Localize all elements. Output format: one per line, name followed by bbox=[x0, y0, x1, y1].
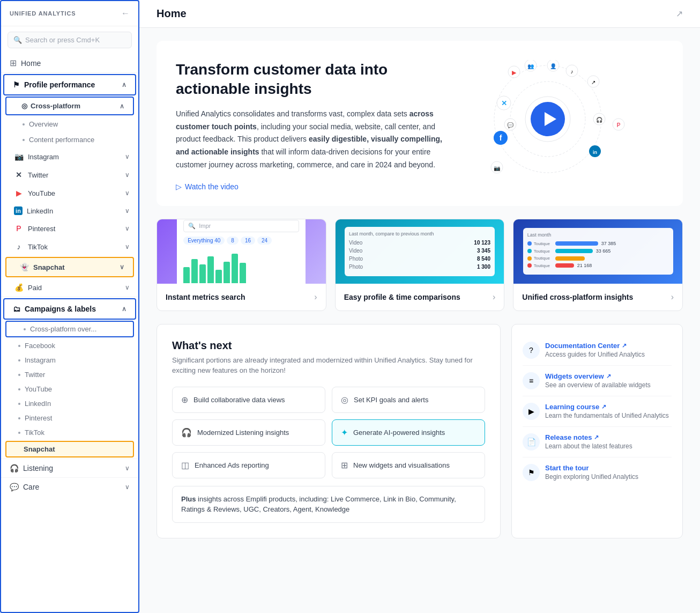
feature-new-widgets[interactable]: ⊞ New widgets and visualisations bbox=[332, 452, 485, 478]
dot-icon bbox=[18, 403, 20, 405]
listening-nav-item[interactable]: 🎧 Listening ∨ bbox=[1, 459, 138, 477]
mockup-metric-row: Photo 1 300 bbox=[349, 264, 490, 270]
feature-set-goals[interactable]: ◎ Set KPI goals and alerts bbox=[332, 387, 485, 413]
tour-content: Start the tour Begin exploring Unified A… bbox=[545, 464, 638, 481]
hero-description: Unified Analytics consolidates and trans… bbox=[176, 108, 455, 172]
mockup-tag: 8 bbox=[227, 237, 239, 245]
sidebar-collapse-icon[interactable]: ← bbox=[121, 9, 130, 18]
expand-icon[interactable]: ↗ bbox=[676, 9, 683, 19]
tour-desc: Begin exploring Unified Analytics bbox=[545, 473, 638, 481]
widgets-content: Widgets overview ↗ See an overview of av… bbox=[545, 372, 651, 389]
campaigns-linkedin-label: LinkedIn bbox=[25, 400, 51, 408]
release-icon-circle: 📄 bbox=[523, 433, 540, 450]
watch-video-link[interactable]: ▷ Watch the video bbox=[176, 182, 455, 191]
campaigns-sub-instagram[interactable]: Instagram bbox=[1, 353, 138, 367]
feature-cards: 🔍 Impr Everything 40 8 16 24 bbox=[157, 219, 683, 311]
whats-next-section: What's next Significant portions are alr… bbox=[157, 324, 683, 538]
sidebar-item-instagram[interactable]: 📷 Instagram ∨ bbox=[1, 147, 138, 166]
linkedin-chevron: ∨ bbox=[125, 207, 130, 215]
feature-card-body: Easy profile & time comparisons › bbox=[336, 284, 504, 311]
sidebar-item-paid[interactable]: 💰 Paid ∨ bbox=[1, 278, 138, 297]
search-box[interactable]: 🔍 Search or press Cmd+K bbox=[8, 32, 132, 48]
sidebar-item-snapchat[interactable]: 👻 Snapchat ∨ bbox=[6, 258, 133, 276]
svg-text:f: f bbox=[500, 134, 502, 142]
sidebar-item-youtube[interactable]: ▶ YouTube ∨ bbox=[1, 184, 138, 202]
release-desc: Learn about the latest features bbox=[545, 442, 632, 450]
dot bbox=[527, 263, 532, 268]
comparisons-preview: Last month, compare to previous month Vi… bbox=[336, 219, 504, 284]
mockup-header: Last month, compare to previous month bbox=[349, 231, 490, 237]
feature-card-arrow: › bbox=[314, 292, 317, 302]
feature-card-unified[interactable]: Last month Toutique 37 385 Toutique 33 6… bbox=[513, 219, 683, 311]
ext-icon: ↗ bbox=[622, 342, 627, 349]
campaigns-chevron: ∧ bbox=[122, 305, 126, 313]
whats-next-title: What's next bbox=[172, 339, 485, 352]
comparisons-mockup: Last month, compare to previous month Vi… bbox=[345, 227, 495, 276]
sidebar-item-overview[interactable]: Overview bbox=[1, 116, 138, 132]
feature-enhanced-ads[interactable]: ◫ Enhanced Ads reporting bbox=[172, 452, 325, 478]
whats-next-card: What's next Significant portions are alr… bbox=[157, 324, 501, 538]
campaigns-facebook-label: Facebook bbox=[25, 342, 55, 350]
sidebar-item-tiktok[interactable]: ♪ TikTok ∨ bbox=[1, 238, 138, 256]
widgets-icon-circle: ≡ bbox=[523, 372, 540, 389]
link-documentation[interactable]: ? Documentation Center ↗ Access guides f… bbox=[523, 335, 672, 366]
dot-icon bbox=[18, 345, 20, 347]
release-content: Release notes ↗ Learn about the latest f… bbox=[545, 433, 632, 450]
home-nav-item[interactable]: ⊞ Home bbox=[1, 54, 138, 72]
sidebar-item-twitter[interactable]: ✕ Twitter ∨ bbox=[1, 166, 138, 184]
bar bbox=[215, 270, 222, 283]
plus-insights: Plus insights across Emplifi products, i… bbox=[172, 486, 485, 523]
campaigns-sub-linkedin[interactable]: LinkedIn bbox=[1, 396, 138, 411]
instagram-icon: 📷 bbox=[14, 152, 24, 161]
metrics-search-mockup: 🔍 Impr Everything 40 8 16 24 bbox=[177, 219, 306, 289]
hero-section: Transform customer data into actionable … bbox=[157, 41, 683, 206]
cross-platform-header[interactable]: ◎ Cross-platform ∧ bbox=[5, 97, 134, 115]
campaigns-sub-pinterest[interactable]: Pinterest bbox=[1, 411, 138, 425]
youtube-icon: ▶ bbox=[14, 188, 24, 198]
profile-performance-header[interactable]: ⚑ Profile performance ∧ bbox=[3, 74, 136, 95]
home-label: Home bbox=[21, 59, 41, 68]
campaigns-cross-platform-label: Cross-platform over... bbox=[30, 325, 96, 333]
bar bbox=[240, 263, 246, 283]
feature-card-comparisons[interactable]: Last month, compare to previous month Vi… bbox=[335, 219, 505, 311]
sidebar-item-linkedin[interactable]: in LinkedIn ∨ bbox=[1, 202, 138, 219]
campaigns-sub-twitter[interactable]: Twitter bbox=[1, 367, 138, 382]
ai-insights-label: Generate AI-powered insights bbox=[353, 429, 445, 437]
feature-card-metrics-search[interactable]: 🔍 Impr Everything 40 8 16 24 bbox=[157, 219, 326, 311]
campaigns-sub-tiktok[interactable]: TikTok bbox=[1, 425, 138, 440]
watch-video-label: Watch the video bbox=[185, 182, 239, 191]
care-label: Care bbox=[23, 483, 39, 491]
docs-icon-circle: ? bbox=[523, 342, 540, 359]
feature-ai-insights[interactable]: ✦ Generate AI-powered insights bbox=[332, 419, 485, 446]
campaigns-header[interactable]: 🗂 Campaigns & labels ∧ bbox=[3, 298, 136, 320]
link-widgets[interactable]: ≡ Widgets overview ↗ See an overview of … bbox=[523, 366, 672, 396]
sidebar-item-pinterest[interactable]: P Pinterest ∨ bbox=[1, 219, 138, 238]
campaigns-pinterest-label: Pinterest bbox=[25, 414, 52, 422]
campaigns-sub-facebook[interactable]: Facebook bbox=[1, 338, 138, 353]
link-learning[interactable]: ▶ Learning course ↗ Learn the fundamenta… bbox=[523, 396, 672, 427]
campaigns-sub-youtube[interactable]: YouTube bbox=[1, 382, 138, 396]
sidebar-item-snapchat-container: 👻 Snapchat ∨ bbox=[5, 257, 134, 277]
campaigns-twitter-label: Twitter bbox=[25, 371, 45, 379]
campaigns-sub-snapchat[interactable]: Snapchat bbox=[5, 441, 134, 457]
sidebar-item-content-performance[interactable]: Content performance bbox=[1, 132, 138, 147]
tiktok-chevron: ∨ bbox=[125, 243, 130, 250]
svg-text:in: in bbox=[593, 150, 597, 155]
care-nav-item[interactable]: 💬 Care ∨ bbox=[1, 477, 138, 496]
feature-listening[interactable]: 🎧 Modernized Listening insights bbox=[172, 419, 325, 446]
dot-icon bbox=[18, 417, 20, 419]
feature-build-views[interactable]: ⊕ Build collaborative data views bbox=[172, 387, 325, 413]
dot bbox=[527, 249, 532, 253]
metrics-search-preview: 🔍 Impr Everything 40 8 16 24 bbox=[157, 219, 326, 284]
link-release-notes[interactable]: 📄 Release notes ↗ Learn about the latest… bbox=[523, 427, 672, 457]
listening-icon: 🎧 bbox=[10, 464, 19, 472]
content-performance-label: Content performance bbox=[29, 136, 94, 144]
main-header: Home ↗ bbox=[139, 0, 700, 28]
docs-content: Documentation Center ↗ Access guides for… bbox=[545, 342, 645, 358]
link-start-tour[interactable]: ⚑ Start the tour Begin exploring Unified… bbox=[523, 457, 672, 488]
main-body: Transform customer data into actionable … bbox=[139, 28, 700, 564]
search-placeholder: Search or press Cmd+K bbox=[25, 36, 100, 44]
feature-card-body: Unified cross-platform insights › bbox=[513, 284, 682, 311]
campaigns-sub-cross-platform[interactable]: Cross-platform over... bbox=[5, 321, 134, 337]
new-widgets-label: New widgets and visualisations bbox=[353, 461, 450, 469]
